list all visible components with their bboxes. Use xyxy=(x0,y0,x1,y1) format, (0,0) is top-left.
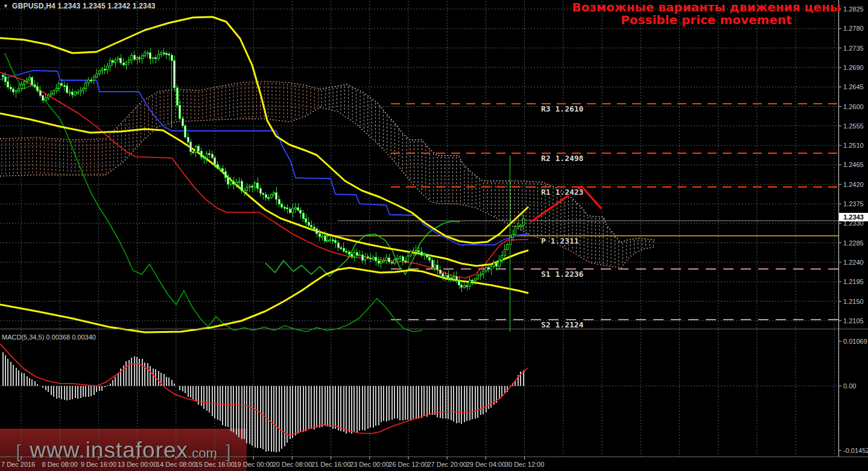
price-tick-label: 1.2465 xyxy=(843,161,864,168)
price-tick-label: 1.2690 xyxy=(843,64,864,71)
macd-axis-label: 0.00 xyxy=(843,382,856,390)
macd-value-main: 0.00368 xyxy=(46,333,70,341)
pivot-label-R2: R2 1.2498 xyxy=(541,154,584,163)
price-scale: 1.28251.27801.27351.26901.26451.26001.25… xyxy=(838,5,868,454)
price-tick-label: 1.2105 xyxy=(843,317,864,324)
time-tick-label: 27 Dec 20:00 xyxy=(427,461,466,468)
time-scale: 7 Dec 20168 Dec 08:009 Dec 16:0013 Dec 0… xyxy=(1,457,544,468)
symbol-title-bar[interactable]: ▼ GBPUSD,H4 1.2343 1.2345 1.2342 1.2343 xyxy=(3,2,156,10)
time-tick-label: 21 Dec 16:00 xyxy=(311,461,350,468)
macd-value-signal: 0.00340 xyxy=(72,333,96,341)
pivot-label-R3: R3 1.2610 xyxy=(541,104,584,113)
time-tick-label: 7 Dec 2016 xyxy=(1,461,35,468)
pivot-lines xyxy=(324,104,838,320)
current-price-box: 1.2343 xyxy=(839,213,868,221)
pivot-label-S2: S2 1.2124 xyxy=(541,320,584,329)
candles xyxy=(2,48,524,332)
price-tick-label: 1.2285 xyxy=(843,239,864,247)
time-tick-label: 15 Dec 16:00 xyxy=(195,461,234,468)
time-tick-label: 23 Dec 00:00 xyxy=(350,461,389,468)
price-tick-label: 1.2735 xyxy=(843,45,864,52)
symbol-ohlc-title: GBPUSD,H4 1.2343 1.2345 1.2342 1.2343 xyxy=(12,2,156,10)
price-tick-label: 1.2195 xyxy=(843,278,864,285)
chikou-span-line xyxy=(5,53,422,332)
price-tick-label: 1.2420 xyxy=(843,181,864,188)
price-tick-label: 1.2375 xyxy=(843,200,864,207)
price-tick-label: 1.2240 xyxy=(843,259,864,266)
time-tick-label: 8 Dec 08:00 xyxy=(42,461,78,468)
pivot-label-R1: R1 1.2423 xyxy=(541,188,583,197)
mt4-chart-window: [ www.instaforex.com ] R3 1.2610R2 1.249… xyxy=(0,0,868,471)
annotation-line-ru: Возможные варианты движения цены xyxy=(562,1,851,14)
price-tick-label: 1.2510 xyxy=(843,142,864,149)
time-tick-label: 29 Dec 04:00 xyxy=(466,461,505,468)
chart-canvas[interactable]: R3 1.2610R2 1.2498R1 1.2423P 1.2311S1 1.… xyxy=(0,0,868,471)
time-tick-label: 26 Dec 12:00 xyxy=(388,461,428,468)
price-tick-label: 1.2600 xyxy=(843,103,864,110)
time-tick-label: 13 Dec 00:00 xyxy=(118,461,157,468)
annotation-line-en: Possible price movement xyxy=(562,14,851,27)
price-tick-label: 1.2150 xyxy=(843,298,864,305)
macd-axis-label: -0.01452 xyxy=(843,447,868,454)
pivot-label-S1: S1 1.2236 xyxy=(541,270,584,279)
time-tick-label: 14 Dec 08:00 xyxy=(156,461,195,468)
time-tick-label: 9 Dec 16:00 xyxy=(81,461,116,468)
time-tick-label: 30 Dec 12:00 xyxy=(505,461,544,468)
time-tick-label: 20 Dec 08:00 xyxy=(273,461,312,468)
price-tick-label: 1.2555 xyxy=(843,122,864,130)
macd-indicator-label: MACD(5,34,5) 0.00368 0.00340 xyxy=(2,333,96,341)
macd-axis-label: 0.01069 xyxy=(843,338,867,345)
macd-pane xyxy=(0,344,528,452)
pivot-label-P: P 1.2311 xyxy=(541,236,579,245)
price-tick-label: 1.2645 xyxy=(843,83,864,90)
time-tick-label: 19 Dec 00:00 xyxy=(233,461,273,468)
pivot-labels: R3 1.2610R2 1.2498R1 1.2423P 1.2311S1 1.… xyxy=(541,104,584,329)
price-movement-annotation: Возможные варианты движения цены Possibl… xyxy=(562,1,851,27)
macd-name: MACD(5,34,5) xyxy=(2,333,44,341)
chevron-down-icon[interactable]: ▼ xyxy=(3,3,8,9)
